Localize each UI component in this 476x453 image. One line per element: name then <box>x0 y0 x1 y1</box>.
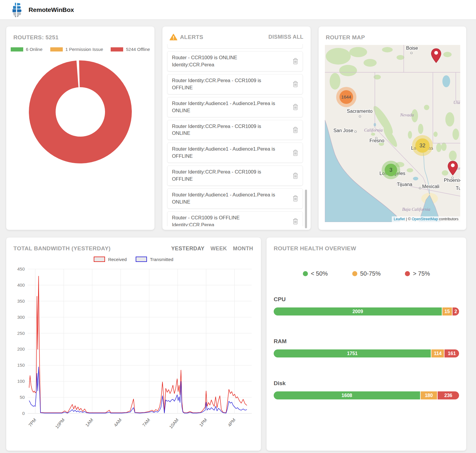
metric-segment-orange[interactable]: 114 <box>431 349 444 357</box>
alert-message: Router Identity:Audience1 - Audience1.Pe… <box>172 100 279 114</box>
alerts-scrollbar <box>305 71 307 253</box>
metric-name: RAM <box>274 338 459 345</box>
health-legend-item: > 75% <box>405 270 430 277</box>
bandwidth-legend-item[interactable]: Received <box>94 257 127 262</box>
metric-bar: 1751114161 <box>274 349 459 357</box>
y-axis-tick-label: 250 <box>17 331 25 336</box>
bandwidth-legend: ReceivedTransmitted <box>6 257 261 262</box>
map-city-label: San Jose <box>333 128 353 133</box>
x-axis-tick-label: 10AM <box>168 417 179 429</box>
map-cluster-marker[interactable]: 1644 <box>336 87 356 107</box>
bandwidth-title: TOTAL BANDWIDTH (YESTERDAY) <box>13 245 111 252</box>
bandwidth-panel: TOTAL BANDWIDTH (YESTERDAY) YESTERDAYWEE… <box>6 237 261 451</box>
metric-segment-red[interactable]: 236 <box>438 391 459 399</box>
metric-segment-green[interactable]: 1751 <box>274 349 431 357</box>
routers-title: ROUTERS: 5251 <box>6 26 154 41</box>
health-metric-disk: Disk1608180236 <box>274 380 459 399</box>
donut-legend-item[interactable]: 6 Online <box>11 47 43 52</box>
alerts-scrollbar-thumb[interactable] <box>305 190 307 228</box>
trash-icon[interactable] <box>292 57 299 65</box>
tab-month[interactable]: MONTH <box>233 246 253 252</box>
metric-segment-green[interactable]: 2009 <box>274 307 442 315</box>
cluster-count: 32 <box>419 143 425 149</box>
metric-segment-orange[interactable]: 180 <box>421 391 437 399</box>
map-city-label: Fresno <box>369 138 384 143</box>
y-axis-tick-label: 400 <box>17 282 25 288</box>
legend-label: 6 Online <box>26 47 43 52</box>
map-region-label: Utah <box>453 100 460 105</box>
alerts-title: ALERTS <box>180 34 203 40</box>
metric-segment-green[interactable]: 1608 <box>274 391 420 399</box>
router-map-title: ROUTER MAP <box>319 26 466 41</box>
cluster-count: 1644 <box>341 94 351 99</box>
legend-dot <box>352 271 357 276</box>
trash-icon[interactable] <box>292 172 299 180</box>
dismiss-all-button[interactable]: DISMISS ALL <box>268 34 303 40</box>
metric-segment-orange[interactable]: 15 <box>442 307 452 315</box>
y-axis-tick-label: 50 <box>20 395 25 400</box>
legend-dot <box>405 271 410 276</box>
metric-segment-red[interactable]: 161 <box>444 349 459 357</box>
openstreetmap-link[interactable]: OpenStreetMap <box>412 217 438 221</box>
app-header: RemoteWinBox <box>0 0 476 20</box>
map-region-label: Nevada <box>400 113 414 117</box>
trash-icon[interactable] <box>292 80 299 88</box>
tab-yesterday[interactable]: YESTERDAY <box>171 246 204 252</box>
alerts-panel: ALERTS DISMISS ALL Router - CCR1009 is O… <box>162 26 311 230</box>
metric-name: CPU <box>274 296 459 303</box>
alert-item: Router Identity:CCR.Perea - CCR1009 is O… <box>167 165 303 186</box>
health-title: ROUTER HEALTH OVERVIEW <box>267 238 466 252</box>
health-legend-item: 50-75% <box>352 270 381 277</box>
health-legend-item: < 50% <box>303 270 328 277</box>
alert-message: Router Identity:CCR.Perea - CCR1009 is O… <box>172 168 279 183</box>
alert-message: Router Identity:CCR.Perea - CCR1009 is O… <box>172 123 279 137</box>
health-metric-cpu: CPU2009152 <box>274 296 459 315</box>
leaflet-map[interactable]: CaliforniaNevadaUtahBaja Californiaona B… <box>325 45 460 222</box>
series-line-received <box>29 276 247 413</box>
brand-logo-icon <box>11 2 26 18</box>
alert-message: Router Identity:Audience1 - Audience1.Pe… <box>172 191 279 206</box>
alerts-list: Router - CCR1009 is ONLINE Identity:CCR.… <box>167 44 308 226</box>
alert-message: Router - CCR1009 is OFFLINE Identity:CCR… <box>172 214 279 226</box>
legend-swatch <box>50 47 63 51</box>
warning-icon <box>170 34 177 40</box>
x-axis-tick-label: 1PM <box>198 417 208 428</box>
map-cluster-marker[interactable]: 3 <box>382 161 400 179</box>
attribution-suffix: contributors <box>438 217 458 221</box>
health-panel: ROUTER HEALTH OVERVIEW < 50%50-75%> 75% … <box>266 237 466 451</box>
bandwidth-line-chart[interactable]: 0501001502002503003504004507PM10PM1AM4AM… <box>9 263 256 442</box>
routers-donut-chart[interactable] <box>25 57 136 167</box>
trash-icon[interactable] <box>292 126 299 134</box>
map-region-label: California <box>364 128 383 132</box>
metric-segment-red[interactable]: 2 <box>452 307 459 315</box>
y-axis-tick-label: 0 <box>22 411 25 416</box>
x-axis-tick-label: 7PM <box>27 417 37 428</box>
alert-item: Router Identity:Audience1 - Audience1.Pe… <box>167 143 303 163</box>
alert-item: Router Identity:CCR.Perea - CCR1009 is O… <box>167 74 303 94</box>
legend-swatch <box>94 257 105 262</box>
trash-icon[interactable] <box>292 217 299 225</box>
leaflet-link[interactable]: Leaflet <box>394 217 405 221</box>
map-region-label: Baja California <box>402 207 430 212</box>
trash-icon[interactable] <box>292 149 299 157</box>
y-axis-tick-label: 150 <box>17 363 25 368</box>
trash-icon[interactable] <box>292 194 299 202</box>
x-axis-tick-label: 7AM <box>141 417 151 428</box>
tab-week[interactable]: WEEK <box>210 246 227 252</box>
trash-icon[interactable] <box>292 103 299 111</box>
alert-item: Router Identity:Audience1 - Audience1.Pe… <box>167 97 303 117</box>
cluster-count: 3 <box>389 167 392 173</box>
alert-message: Router Identity:CCR.Perea - CCR1009 is O… <box>172 77 279 91</box>
metric-bar: 1608180236 <box>274 391 459 399</box>
bandwidth-legend-item[interactable]: Transmitted <box>136 257 173 262</box>
health-legend: < 50%50-75%> 75% <box>278 270 454 277</box>
donut-legend-item[interactable]: 5244 Offline <box>111 47 150 52</box>
y-axis-tick-label: 450 <box>17 266 25 271</box>
brand-name: RemoteWinBox <box>29 6 74 13</box>
map-cluster-marker[interactable]: 32 <box>412 135 433 156</box>
donut-legend-item[interactable]: 1 Permission Issue <box>50 47 103 52</box>
alert-item: Router Identity:CCR.Perea - CCR1009 is O… <box>167 120 303 140</box>
map-city-label: Phoenix <box>444 178 460 183</box>
map-attribution: Leaflet | © OpenStreetMap contributors <box>392 216 460 222</box>
routers-panel: ROUTERS: 5251 6 Online1 Permission Issue… <box>6 26 155 230</box>
